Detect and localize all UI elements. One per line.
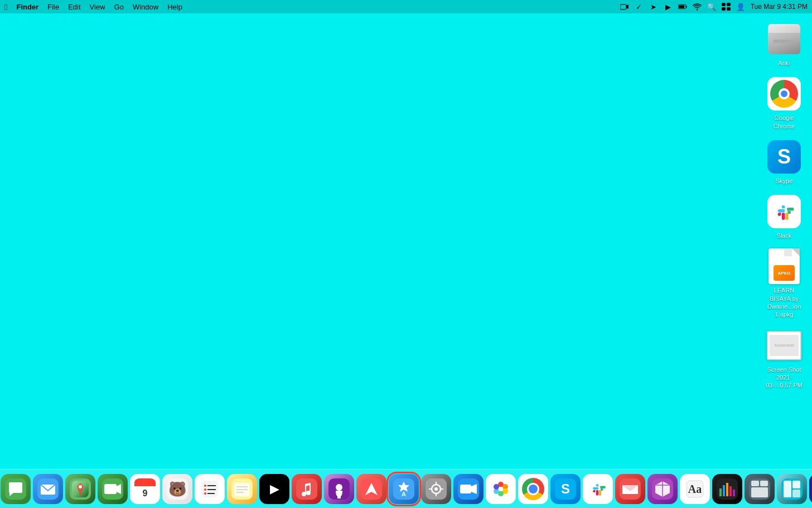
svg-rect-38 xyxy=(104,484,117,494)
svg-rect-5 xyxy=(722,3,726,6)
swift-icon[interactable]: ➤ xyxy=(649,2,658,11)
dock-calendar[interactable]: 9 xyxy=(130,474,160,504)
dock-istatmenus[interactable] xyxy=(712,474,742,504)
menubar:  Finder File Edit View Go Window Help ✓… xyxy=(0,0,812,13)
dock-appstore[interactable]: A xyxy=(389,474,419,504)
desktop: Anki Google Chrome S Skype xyxy=(0,13,812,469)
dock-vectornator[interactable] xyxy=(356,474,386,504)
svg-rect-101 xyxy=(760,481,768,486)
menubar-window[interactable]: Window xyxy=(133,3,158,11)
datetime-display: Tue Mar 9 4:31 PM xyxy=(751,3,808,11)
dock-messages[interactable] xyxy=(1,474,31,504)
menubar-help[interactable]: Help xyxy=(167,3,182,11)
svg-rect-61 xyxy=(296,478,317,500)
svg-text:▶: ▶ xyxy=(270,482,279,496)
svg-rect-71 xyxy=(436,493,437,496)
menubar-finder[interactable]: Finder xyxy=(16,3,38,11)
dock-notchmeister[interactable] xyxy=(809,474,812,504)
chrome-desktop-icon xyxy=(766,76,802,112)
dock-music[interactable] xyxy=(292,474,322,504)
svg-rect-72 xyxy=(429,488,432,490)
svg-rect-42 xyxy=(134,482,156,486)
dock-parcel[interactable] xyxy=(647,474,678,504)
svg-rect-95 xyxy=(723,485,725,496)
menubar-view[interactable]: View xyxy=(90,3,105,11)
dock-dictionary[interactable]: Aa xyxy=(680,474,710,504)
dock-mail[interactable] xyxy=(33,474,63,504)
svg-text:🐻: 🐻 xyxy=(168,480,187,498)
desktop-icon-apkg[interactable]: APKG LEARN BISAYA by Dwaine...ion 1.apkg xyxy=(762,246,806,320)
dock-skype-dock[interactable]: S xyxy=(550,474,581,504)
svg-rect-105 xyxy=(792,481,800,488)
dock-airmail[interactable] xyxy=(615,474,645,504)
desktop-icon-skype[interactable]: S Skype xyxy=(762,137,806,187)
menubar-go[interactable]: Go xyxy=(114,3,124,11)
svg-rect-70 xyxy=(436,482,437,485)
svg-rect-100 xyxy=(751,481,759,486)
svg-point-83 xyxy=(494,484,499,490)
anki-label: Anki xyxy=(778,59,790,67)
user-icon[interactable]: 👤 xyxy=(736,2,745,11)
apkg-desktop-icon: APKG xyxy=(766,248,802,284)
dock-system-preferences[interactable] xyxy=(421,474,451,504)
svg-rect-102 xyxy=(751,487,768,497)
dock-podcasts[interactable] xyxy=(324,474,354,504)
svg-rect-75 xyxy=(460,485,471,493)
controlcenter-icon[interactable] xyxy=(722,2,731,11)
svg-rect-3 xyxy=(686,6,687,8)
svg-point-52 xyxy=(204,492,206,495)
desktop-icon-screenshot[interactable]: Screenshot Screen Shot 2021-03-...0.57 P… xyxy=(762,325,806,392)
menubar-left:  Finder File Edit View Go Window Help xyxy=(4,2,182,12)
dock-appletv[interactable]: ▶ xyxy=(259,474,289,504)
svg-rect-97 xyxy=(729,486,732,496)
dock-photos[interactable] xyxy=(486,474,516,504)
dock-notes[interactable] xyxy=(227,474,257,504)
play-icon[interactable]: ▶ xyxy=(664,2,673,11)
apple-menu[interactable]:  xyxy=(4,2,7,12)
dock: 9 🐻 xyxy=(0,469,812,508)
dock-facetime[interactable] xyxy=(98,474,128,504)
dock-bear[interactable]: 🐻 xyxy=(162,474,192,504)
camera-icon[interactable] xyxy=(620,2,629,11)
svg-rect-0 xyxy=(620,4,626,9)
svg-text:S: S xyxy=(561,481,570,496)
desktop-icon-chrome[interactable]: Google Chrome xyxy=(762,74,806,132)
skype-label: Skype xyxy=(776,177,793,185)
dock-mission-control[interactable] xyxy=(745,474,775,504)
svg-text:A: A xyxy=(402,491,406,497)
svg-rect-7 xyxy=(722,7,726,11)
screenshot-label: Screen Shot 2021-03-...0.57 PM xyxy=(764,366,804,390)
dock-chrome[interactable] xyxy=(518,474,548,504)
anki-icon xyxy=(766,21,802,57)
svg-point-48 xyxy=(204,485,206,487)
svg-rect-94 xyxy=(719,488,722,496)
svg-rect-8 xyxy=(727,7,731,11)
svg-rect-4 xyxy=(679,5,684,8)
menubar-edit[interactable]: Edit xyxy=(68,3,80,11)
desktop-icon-anki[interactable]: Anki xyxy=(762,19,806,69)
dock-reminders[interactable] xyxy=(195,474,225,504)
dock-zoom[interactable] xyxy=(453,474,484,504)
svg-rect-6 xyxy=(727,3,731,6)
slack-desktop-icon xyxy=(766,194,802,229)
desktop-icon-slack[interactable]: Slack xyxy=(762,191,806,242)
svg-rect-65 xyxy=(393,478,414,500)
menubar-file[interactable]: File xyxy=(47,3,59,11)
dock-sizeup[interactable] xyxy=(777,474,807,504)
svg-rect-104 xyxy=(784,481,791,497)
skype-desktop-icon: S xyxy=(766,139,802,175)
search-icon[interactable]: 🔍 xyxy=(707,2,716,11)
checkcircle-icon[interactable]: ✓ xyxy=(635,2,644,11)
wifi-icon[interactable] xyxy=(693,2,702,11)
svg-point-36 xyxy=(79,485,82,488)
apkg-label: LEARN BISAYA by Dwaine...ion 1.apkg xyxy=(764,286,804,318)
dock-maps[interactable] xyxy=(65,474,95,504)
svg-point-50 xyxy=(204,488,206,491)
dock-slack-dock[interactable] xyxy=(583,474,613,504)
svg-text:Aa: Aa xyxy=(688,483,702,495)
svg-rect-106 xyxy=(792,490,800,497)
menubar-right: ✓ ➤ ▶ 🔍 👤 xyxy=(620,2,808,11)
battery-icon[interactable] xyxy=(678,2,687,11)
svg-point-69 xyxy=(434,487,438,491)
svg-point-63 xyxy=(336,484,342,491)
